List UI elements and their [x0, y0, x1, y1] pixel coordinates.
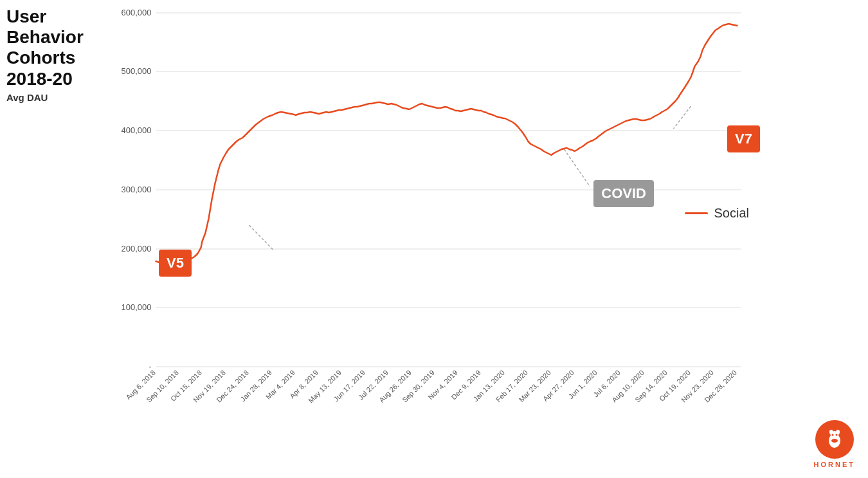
svg-point-32 [835, 434, 837, 436]
v5-connector [249, 225, 273, 250]
svg-point-31 [831, 434, 833, 436]
social-line [156, 24, 737, 266]
chart-title: User Behavior Cohorts 2018-20 [6, 6, 106, 89]
y-label-100k: 100,000 [122, 302, 152, 312]
hornet-logo: HORNET [814, 420, 855, 468]
y-label-500k: 500,000 [122, 66, 152, 76]
chart-subtitle: Avg DAU [6, 92, 106, 103]
legend-line-social [685, 212, 708, 214]
v7-annotation: V7 [727, 125, 760, 152]
chart-svg: 600,000 500,000 400,000 300,000 200,000 … [113, 0, 752, 414]
y-label-600k: 600,000 [122, 8, 152, 17]
v5-annotation: V5 [159, 250, 192, 277]
hornet-brand-text: HORNET [814, 461, 855, 468]
covid-annotation: COVID [593, 180, 654, 207]
page-container: User Behavior Cohorts 2018-20 Avg DAU 60… [0, 0, 868, 478]
y-label-400k: 400,000 [122, 125, 152, 135]
y-label-300k: 300,000 [122, 185, 152, 194]
y-label-200k: 200,000 [122, 244, 152, 253]
x-axis-labels: Aug 6, 2018 Sep 10, 2018 Oct 15, 2018 No… [124, 369, 737, 405]
legend-label-social: Social [714, 206, 749, 221]
svg-point-30 [831, 439, 838, 443]
covid-connector [565, 149, 590, 187]
v7-connector [674, 106, 691, 129]
legend: Social [685, 206, 749, 221]
title-area: User Behavior Cohorts 2018-20 Avg DAU [6, 6, 106, 103]
hornet-icon [815, 420, 854, 459]
